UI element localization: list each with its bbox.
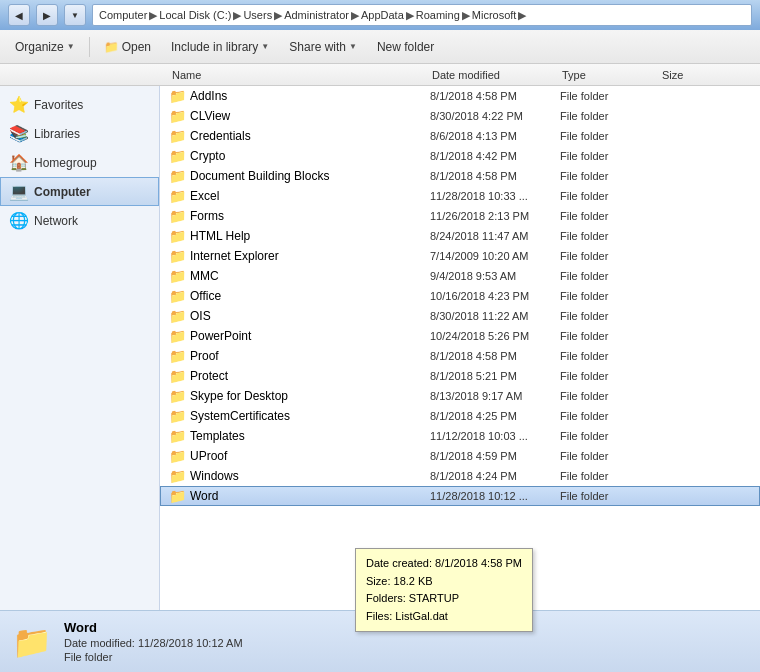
table-row[interactable]: 📁 Internet Explorer 7/14/2009 10:20 AM F… [160,246,760,266]
address-appdata[interactable]: AppData [361,9,404,21]
address-bar[interactable]: Computer ▶ Local Disk (C:) ▶ Users ▶ Adm… [92,4,752,26]
table-row[interactable]: 📁 Document Building Blocks 8/1/2018 4:58… [160,166,760,186]
back-button[interactable]: ◀ [8,4,30,26]
file-name-cell: Forms [190,209,430,223]
file-name-cell: SystemCertificates [190,409,430,423]
file-type-cell: File folder [560,110,660,122]
file-type-cell: File folder [560,250,660,262]
table-row[interactable]: 📁 PowerPoint 10/24/2018 5:26 PM File fol… [160,326,760,346]
file-type-cell: File folder [560,270,660,282]
file-date-cell: 11/26/2018 2:13 PM [430,210,560,222]
file-date-cell: 8/30/2018 4:22 PM [430,110,560,122]
open-button[interactable]: 📁 Open [95,34,160,60]
sidebar: ⭐ Favorites 📚 Libraries 🏠 Homegroup 💻 Co… [0,86,160,610]
table-row[interactable]: 📁 MMC 9/4/2018 9:53 AM File folder [160,266,760,286]
table-row[interactable]: 📁 HTML Help 8/24/2018 11:47 AM File fold… [160,226,760,246]
file-folder-icon: 📁 [169,208,186,224]
include-library-dropdown-arrow: ▼ [261,42,269,51]
status-type: File folder [64,651,243,663]
file-date-cell: 10/24/2018 5:26 PM [430,330,560,342]
file-type-cell: File folder [560,470,660,482]
file-date-cell: 8/30/2018 11:22 AM [430,310,560,322]
address-microsoft[interactable]: Microsoft [472,9,517,21]
table-row[interactable]: 📁 Excel 11/28/2018 10:33 ... File folder [160,186,760,206]
table-row[interactable]: 📁 Word 11/28/2018 10:12 ... File folder [160,486,760,506]
sidebar-item-homegroup[interactable]: 🏠 Homegroup [0,148,159,177]
sidebar-item-libraries[interactable]: 📚 Libraries [0,119,159,148]
col-header-size[interactable]: Size [658,69,738,81]
file-name-cell: Crypto [190,149,430,163]
address-computer[interactable]: Computer [99,9,147,21]
table-row[interactable]: 📁 Forms 11/26/2018 2:13 PM File folder [160,206,760,226]
file-type-cell: File folder [560,170,660,182]
file-name-cell: Excel [190,189,430,203]
new-folder-button[interactable]: New folder [368,34,443,60]
table-row[interactable]: 📁 Credentials 8/6/2018 4:13 PM File fold… [160,126,760,146]
table-row[interactable]: 📁 AddIns 8/1/2018 4:58 PM File folder [160,86,760,106]
file-folder-icon: 📁 [169,148,186,164]
toolbar: Organize ▼ 📁 Open Include in library ▼ S… [0,30,760,64]
table-row[interactable]: 📁 Crypto 8/1/2018 4:42 PM File folder [160,146,760,166]
organize-dropdown-arrow: ▼ [67,42,75,51]
file-date-cell: 8/1/2018 4:25 PM [430,410,560,422]
status-folder-icon: 📁 [12,623,52,661]
table-row[interactable]: 📁 OIS 8/30/2018 11:22 AM File folder [160,306,760,326]
file-date-cell: 8/6/2018 4:13 PM [430,130,560,142]
file-folder-icon: 📁 [169,228,186,244]
col-header-name[interactable]: Name [168,69,428,81]
title-bar: ◀ ▶ ▼ Computer ▶ Local Disk (C:) ▶ Users… [0,0,760,30]
col-header-date[interactable]: Date modified [428,69,558,81]
file-folder-icon: 📁 [169,308,186,324]
file-name-cell: PowerPoint [190,329,430,343]
libraries-icon: 📚 [9,124,29,143]
table-row[interactable]: 📁 Proof 8/1/2018 4:58 PM File folder [160,346,760,366]
address-users[interactable]: Users [243,9,272,21]
forward-button[interactable]: ▶ [36,4,58,26]
file-name-cell: Document Building Blocks [190,169,430,183]
file-name-cell: Internet Explorer [190,249,430,263]
column-headers: Name Date modified Type Size [0,64,760,86]
file-folder-icon: 📁 [169,368,186,384]
file-name-cell: Office [190,289,430,303]
file-list: 📁 AddIns 8/1/2018 4:58 PM File folder 📁 … [160,86,760,610]
sidebar-item-network[interactable]: 🌐 Network [0,206,159,235]
file-date-cell: 8/1/2018 4:58 PM [430,170,560,182]
file-date-cell: 11/28/2018 10:12 ... [430,490,560,502]
table-row[interactable]: 📁 CLView 8/30/2018 4:22 PM File folder [160,106,760,126]
recent-button[interactable]: ▼ [64,4,86,26]
file-date-cell: 8/1/2018 5:21 PM [430,370,560,382]
file-type-cell: File folder [560,90,660,102]
share-with-button[interactable]: Share with ▼ [280,34,366,60]
address-localdisk[interactable]: Local Disk (C:) [159,9,231,21]
file-folder-icon: 📁 [169,268,186,284]
file-folder-icon: 📁 [169,428,186,444]
file-type-cell: File folder [560,190,660,202]
file-folder-icon: 📁 [169,388,186,404]
table-row[interactable]: 📁 Skype for Desktop 8/13/2018 9:17 AM Fi… [160,386,760,406]
table-row[interactable]: 📁 Templates 11/12/2018 10:03 ... File fo… [160,426,760,446]
organize-button[interactable]: Organize ▼ [6,34,84,60]
share-with-dropdown-arrow: ▼ [349,42,357,51]
file-type-cell: File folder [560,330,660,342]
table-row[interactable]: 📁 SystemCertificates 8/1/2018 4:25 PM Fi… [160,406,760,426]
sidebar-item-computer[interactable]: 💻 Computer [0,177,159,206]
network-icon: 🌐 [9,211,29,230]
sidebar-label-homegroup: Homegroup [34,156,97,170]
col-header-type[interactable]: Type [558,69,658,81]
file-name-cell: Templates [190,429,430,443]
table-row[interactable]: 📁 UProof 8/1/2018 4:59 PM File folder [160,446,760,466]
file-date-cell: 8/1/2018 4:24 PM [430,470,560,482]
address-roaming[interactable]: Roaming [416,9,460,21]
file-date-cell: 10/16/2018 4:23 PM [430,290,560,302]
file-type-cell: File folder [560,310,660,322]
address-administrator[interactable]: Administrator [284,9,349,21]
table-row[interactable]: 📁 Protect 8/1/2018 5:21 PM File folder [160,366,760,386]
include-library-button[interactable]: Include in library ▼ [162,34,278,60]
computer-icon: 💻 [9,182,29,201]
table-row[interactable]: 📁 Windows 8/1/2018 4:24 PM File folder [160,466,760,486]
file-name-cell: OIS [190,309,430,323]
file-folder-icon: 📁 [169,288,186,304]
sidebar-item-favorites[interactable]: ⭐ Favorites [0,90,159,119]
file-date-cell: 9/4/2018 9:53 AM [430,270,560,282]
table-row[interactable]: 📁 Office 10/16/2018 4:23 PM File folder [160,286,760,306]
